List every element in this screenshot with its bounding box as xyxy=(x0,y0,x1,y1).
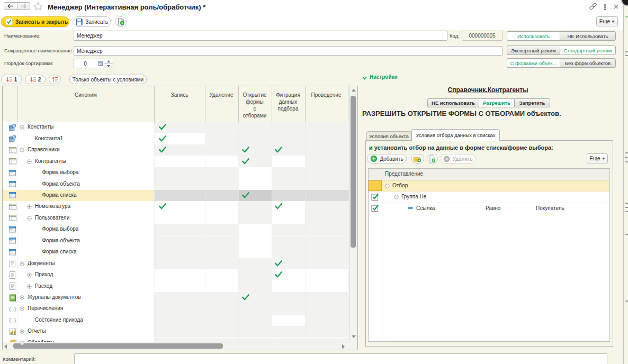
svg-text:{..}: {..} xyxy=(9,305,16,312)
svg-text:{..}: {..} xyxy=(9,317,16,323)
svg-text:31: 31 xyxy=(99,62,103,66)
